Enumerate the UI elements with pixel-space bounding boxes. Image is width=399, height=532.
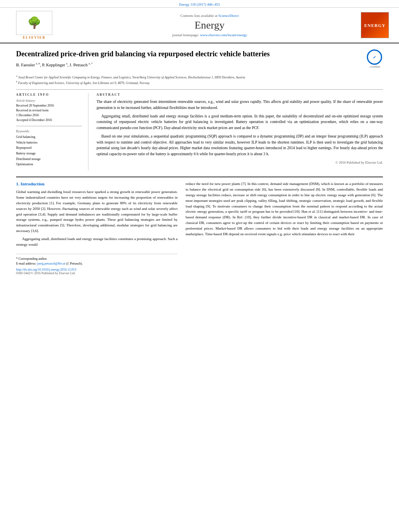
article-title-section: Decentralized price-driven grid balancin…: [16, 49, 383, 70]
elsevier-logo-image: 🌳: [16, 11, 52, 35]
contents-line: Contents lists available at ScienceDirec…: [68, 14, 351, 18]
affiliation-b: b Faculty of Engineering and Science, Un…: [16, 80, 383, 86]
article-authors: B. Faessler a, b, P. Kepplinger a, J. Pe…: [16, 62, 361, 67]
article-title-text: Decentralized price-driven grid balancin…: [16, 49, 361, 70]
elsevier-logo: 🌳 ELSEVIER: [16, 11, 52, 39]
elsevier-logo-area: 🌳 ELSEVIER: [8, 11, 60, 39]
intro-para-2: Aggregating small, distributed loads and…: [16, 236, 177, 248]
email-address[interactable]: joerg.petrasch@fhv.at: [37, 262, 65, 265]
abstract-para-1: The share of electricity generated from …: [97, 99, 383, 111]
intro-right-text: reduce the need for new power plants [7]…: [185, 181, 383, 237]
intro-right: reduce the need for new power plants [7]…: [185, 181, 383, 275]
journal-name: Energy: [68, 19, 351, 31]
keywords-group: Keywords: Grid balancing Vehicle batteri…: [16, 129, 82, 167]
affiliations: a Josef Ressel Center for Applied Scient…: [16, 74, 383, 85]
crossmark-logo: ✓ CrossMark: [367, 49, 383, 66]
article-history-group: Article history: Received 20 September 2…: [16, 99, 82, 123]
issn-line: 0360-5442/© 2016 Published by Elsevier L…: [16, 271, 177, 275]
intro-left: 1. Introduction Global warming and dwind…: [16, 181, 177, 275]
affiliation-a: a Josef Ressel Center for Applied Scient…: [16, 74, 383, 80]
keyword-3: Repurposed: [16, 145, 82, 151]
article-title: Decentralized price-driven grid balancin…: [16, 49, 361, 59]
keywords-divider: [16, 126, 82, 126]
revised-date: Received in revised form1 December 2016: [16, 108, 82, 118]
journal-citation: Energy 118 (2017) 446–455: [179, 2, 220, 6]
abstract-para-3: Based on one year simulations, a sequent…: [97, 134, 383, 157]
article-info-label: ARTICLE INFO: [16, 93, 82, 97]
article-info-abstract: ARTICLE INFO Article history: Received 2…: [16, 93, 383, 170]
article-info-col: ARTICLE INFO Article history: Received 2…: [16, 93, 88, 170]
intro-right-para-1: reduce the need for new power plants [7]…: [185, 181, 383, 237]
bottom-section-divider: [16, 177, 383, 177]
journal-header-center: Contents lists available at ScienceDirec…: [60, 14, 359, 37]
keyword-5: Distributed storage: [16, 156, 82, 162]
sciencedirect-link[interactable]: ScienceDirect: [218, 14, 239, 18]
journal-citation-bar: Energy 118 (2017) 446–455: [0, 0, 399, 8]
section-divider: [16, 89, 383, 90]
abstract-text: The share of electricity generated from …: [97, 99, 383, 157]
footnote-email: E-mail address: joerg.petrasch@fhv.at (J…: [16, 261, 177, 266]
history-label: Article history:: [16, 99, 82, 103]
keyword-1: Grid balancing: [16, 134, 82, 140]
elsevier-tree-icon: 🌳: [27, 17, 41, 29]
abstract-para-2: Aggregating small, distributed loads and…: [97, 113, 383, 131]
abstract-col: ABSTRACT The share of electricity genera…: [97, 93, 383, 170]
page-wrapper: Energy 118 (2017) 446–455 🌳 ELSEVIER Con…: [0, 0, 399, 281]
elsevier-wordmark: ELSEVIER: [23, 36, 45, 39]
copyright-line: © 2016 Published by Elsevier Ltd.: [97, 160, 383, 164]
keywords-label: Keywords:: [16, 129, 82, 133]
intro-heading: 1. Introduction: [16, 181, 177, 186]
received-date: Received 20 September 2016: [16, 103, 82, 108]
journal-homepage-line: journal homepage: www.elsevier.com/locat…: [68, 33, 351, 37]
intro-section: 1. Introduction Global warming and dwind…: [16, 181, 383, 275]
keyword-6: Optimization: [16, 162, 82, 167]
accepted-date: Accepted 4 December 2016: [16, 118, 82, 123]
crossmark-icon: ✓: [367, 49, 382, 65]
homepage-link[interactable]: www.elsevier.com/locate/energy: [200, 33, 247, 37]
keyword-2: Vehicle batteries: [16, 140, 82, 146]
intro-para-1: Global warming and dwindling fossil reso…: [16, 189, 177, 234]
footnote-section: * Corresponding author. E-mail address: …: [16, 254, 177, 275]
crossmark-label: CrossMark: [367, 66, 383, 68]
energy-logo-box: ENERGY: [361, 12, 389, 38]
doi-link[interactable]: http://dx.doi.org/10.1016/j.energy.2016.…: [16, 268, 177, 271]
journal-header: 🌳 ELSEVIER Contents lists available at S…: [0, 8, 399, 43]
intro-left-text: Global warming and dwindling fossil reso…: [16, 189, 177, 248]
energy-logo-area: ENERGY: [359, 12, 391, 38]
keyword-4: Battery storage: [16, 151, 82, 156]
abstract-label: ABSTRACT: [97, 93, 383, 97]
footnote-corresponding: * Corresponding author.: [16, 257, 177, 261]
main-content: Decentralized price-driven grid balancin…: [0, 43, 399, 281]
